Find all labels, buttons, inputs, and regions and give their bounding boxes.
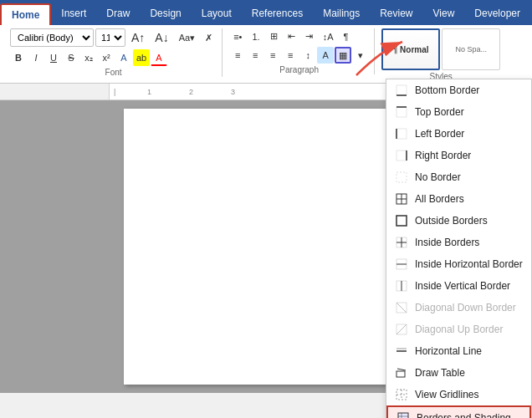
dropdown-item-label: Outside Borders (415, 215, 488, 227)
dropdown-item-inside-borders[interactable]: Inside Borders (386, 232, 531, 253)
decrease-indent-button[interactable]: ⇤ (284, 28, 299, 44)
dropdown-item-all-borders[interactable]: All Borders (386, 188, 531, 210)
dropdown-item-no-border[interactable]: No Border (386, 166, 531, 188)
font-group-label: Font (10, 68, 217, 77)
ruler-mark-0: | (114, 88, 115, 96)
align-center-button[interactable]: ≡ (247, 47, 263, 64)
svg-rect-1 (396, 85, 407, 95)
font-family-select[interactable]: Calibri (Body) (10, 28, 94, 47)
dropdown-item-label: View Gridlines (415, 389, 478, 400)
text-highlight-button[interactable]: ab (133, 49, 150, 66)
dropdown-item-label: Inside Vertical Border (415, 280, 510, 292)
nospace-style-text: No Spa... (455, 45, 487, 54)
inside-borders-icon (395, 236, 408, 249)
strikethrough-button[interactable]: S (63, 49, 79, 66)
inside-vert-icon (395, 279, 408, 293)
bullets-button[interactable]: ≡• (229, 29, 246, 44)
ruler-mark-2: 2 (189, 88, 193, 96)
dropdown-item-label: Draw Table (415, 367, 465, 379)
subscript-button[interactable]: x₂ (80, 49, 97, 66)
tab-developer[interactable]: Developer (464, 3, 530, 25)
svg-rect-13 (396, 216, 407, 226)
view-grid-icon (395, 388, 408, 401)
underline-button[interactable]: U (45, 49, 62, 66)
ruler-mark-1: 1 (147, 88, 151, 96)
bold-button[interactable]: B (10, 49, 27, 66)
increase-indent-button[interactable]: ⇥ (301, 28, 317, 44)
dropdown-item-draw-table[interactable]: Draw Table (386, 362, 531, 384)
font-size-select[interactable]: 11 (95, 28, 125, 47)
left-border-icon (395, 127, 408, 140)
dropdown-item-outside-borders[interactable]: Outside Borders (386, 210, 531, 232)
draw-table-icon (395, 366, 408, 380)
sort-button[interactable]: ↕A (319, 29, 338, 44)
tab-design[interactable]: Design (140, 3, 191, 25)
borders-dropdown-menu: Bottom BorderTop BorderLeft BorderRight … (386, 79, 532, 418)
svg-line-28 (397, 369, 406, 370)
ribbon-tabs: Home Insert Draw Design Layout Reference… (0, 0, 532, 25)
italic-button[interactable]: I (28, 49, 44, 66)
dropdown-item-label: All Borders (415, 193, 464, 205)
dropdown-item-label: Bottom Border (415, 84, 479, 96)
ruler-mark-3: 3 (231, 88, 235, 96)
tab-view[interactable]: View (423, 3, 465, 25)
dropdown-item-view-grid[interactable]: View Gridlines (386, 384, 531, 405)
shading-button[interactable]: A (317, 47, 334, 64)
dropdown-item-inside-vert[interactable]: Inside Vertical Border (386, 275, 531, 297)
diag-up-icon (395, 323, 408, 336)
dropdown-item-label: No Border (415, 171, 461, 183)
dropdown-item-diag-down: Diagonal Down Border (386, 297, 531, 319)
dropdown-item-horiz-line[interactable]: Horizontal Line (386, 340, 531, 362)
text-effects-button[interactable]: A (115, 49, 132, 66)
dropdown-item-label: Diagonal Up Border (415, 324, 503, 335)
clear-format-button[interactable]: ✗ (201, 30, 217, 46)
tab-layout[interactable]: Layout (192, 3, 242, 25)
dropdown-item-label: Inside Borders (415, 237, 479, 248)
horiz-line-icon (395, 344, 408, 358)
dropdown-item-label: Left Border (415, 128, 464, 140)
dropdown-item-top-border[interactable]: Top Border (386, 101, 531, 123)
dropdown-item-borders-shading[interactable]: Borders and Shading... (386, 405, 531, 418)
tab-review[interactable]: Review (370, 3, 422, 25)
outside-borders-icon (395, 214, 408, 227)
tab-draw[interactable]: Draw (96, 3, 140, 25)
shrink-font-button[interactable]: A↓ (151, 28, 172, 47)
svg-line-24 (396, 324, 407, 334)
document-page[interactable] (124, 109, 408, 385)
dropdown-item-label: Right Border (415, 150, 471, 161)
grow-font-button[interactable]: A↑ (127, 28, 149, 47)
font-selectors-row: Calibri (Body) 11 A↑ A↓ Aa▾ ✗ (10, 28, 217, 47)
svg-rect-5 (396, 129, 407, 139)
font-group: Calibri (Body) 11 A↑ A↓ Aa▾ ✗ B I U S x₂… (5, 28, 223, 77)
borders-shading-icon (396, 411, 410, 418)
no-border-icon (395, 171, 408, 184)
tab-insert[interactable]: Insert (51, 3, 96, 25)
align-left-button[interactable]: ≡ (229, 47, 246, 64)
nospace-style-button[interactable]: No Spa... (442, 28, 500, 70)
inside-horiz-icon (395, 257, 408, 271)
dropdown-item-label: Diagonal Down Border (415, 302, 516, 314)
arrow-annotation (348, 33, 415, 86)
ribbon-content: Calibri (Body) 11 A↑ A↓ Aa▾ ✗ B I U S x₂… (0, 25, 532, 84)
line-spacing-button[interactable]: ↕ (299, 47, 316, 64)
dropdown-item-inside-horiz[interactable]: Inside Horizontal Border (386, 253, 531, 275)
dropdown-item-label: Top Border (415, 106, 464, 118)
tab-references[interactable]: References (242, 3, 313, 25)
svg-rect-9 (396, 172, 407, 182)
dropdown-item-right-border[interactable]: Right Border (386, 145, 531, 166)
dropdown-item-label: Inside Horizontal Border (415, 258, 523, 270)
multilevel-button[interactable]: ⊞ (266, 28, 282, 44)
dropdown-item-label: Borders and Shading... (417, 412, 519, 418)
svg-rect-3 (396, 107, 407, 117)
dropdown-item-label: Horizontal Line (415, 345, 482, 357)
superscript-button[interactable]: x² (98, 49, 115, 66)
dropdown-item-left-border[interactable]: Left Border (386, 123, 531, 145)
tab-mailings[interactable]: Mailings (313, 3, 370, 25)
align-right-button[interactable]: ≡ (264, 47, 281, 64)
numbering-button[interactable]: 1. (248, 29, 263, 44)
change-case-button[interactable]: Aa▾ (175, 30, 199, 46)
justify-button[interactable]: ≡ (282, 47, 299, 64)
svg-rect-7 (396, 150, 407, 161)
font-color-button[interactable]: A (151, 49, 167, 66)
tab-home[interactable]: Home (0, 3, 51, 25)
